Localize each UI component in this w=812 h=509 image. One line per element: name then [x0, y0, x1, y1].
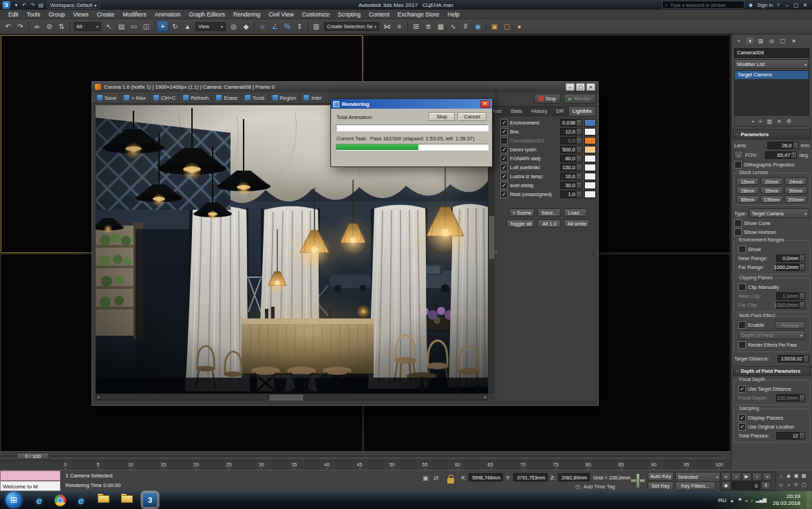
select-and-scale-icon[interactable]: ▲ [182, 21, 193, 32]
render-setup-icon[interactable]: ▣ [489, 21, 500, 32]
volume-icon[interactable]: ♪ [751, 498, 754, 503]
go-to-end-button[interactable]: » [762, 473, 772, 481]
pin-stack-icon[interactable]: ▪ [752, 118, 754, 124]
menu-help[interactable]: Help [443, 11, 463, 18]
rendered-frame-window-icon[interactable]: ▢ [501, 21, 513, 32]
lightmix-color-swatch[interactable] [584, 128, 596, 136]
window-crossing-icon[interactable]: ◫ [140, 21, 152, 32]
lightmix-checkbox[interactable] [500, 191, 508, 198]
interactive-button[interactable]: Inter [300, 94, 325, 102]
menu-rendering[interactable]: Rendering [229, 11, 264, 18]
show-horizon-checkbox[interactable] [734, 228, 742, 236]
zoom-extents-all-icon[interactable]: ▩ [800, 472, 807, 480]
stock-lens-135mm[interactable]: 135mm [760, 195, 783, 203]
stock-lens-85mm[interactable]: 85mm [736, 195, 759, 203]
scrollbar-thumb[interactable] [489, 216, 494, 259]
help-icon[interactable]: ? [777, 2, 780, 8]
modifier-list-dropdown[interactable]: Modifier List ▾ [734, 59, 809, 69]
material-editor-icon[interactable]: ◉ [472, 21, 484, 32]
search-input[interactable] [669, 2, 742, 8]
track-bar[interactable]: 0510152025303540455055606570758085909510… [0, 460, 731, 470]
redo-icon[interactable]: ↷ [14, 21, 26, 32]
corona-minimize-button[interactable]: – [566, 83, 575, 91]
frame-spinner[interactable]: ⇕ [761, 481, 771, 490]
hidden-icons-button[interactable]: ▲ [729, 498, 734, 503]
search-field[interactable]: ○ [662, 1, 745, 9]
go-to-start-button[interactable]: « [721, 473, 731, 481]
lightmix-value-field[interactable]: 0,0 [560, 137, 582, 144]
utilities-tab[interactable]: ∗ [789, 36, 798, 45]
schematic-view-icon[interactable]: # [460, 21, 471, 32]
curve-editor-icon[interactable]: ∿ [447, 21, 459, 32]
lightmix-toggle-all-button[interactable]: Toggle all [506, 219, 535, 228]
lightmix-value-field[interactable]: 0,038 [560, 119, 582, 127]
lightmix-value-field[interactable]: 30,0 [560, 182, 582, 189]
orbit-icon[interactable]: ↻ [793, 481, 800, 489]
select-by-name-icon[interactable]: ▤ [116, 21, 127, 32]
focal-depth-field[interactable]: 100,0mm [776, 394, 805, 402]
lightmix-all-one-button[interactable]: All 1.0 [537, 219, 561, 228]
stack-item-target-camera[interactable]: Target Camera [735, 71, 809, 79]
reference-coordinate-dropdown[interactable]: View▾ [195, 22, 226, 31]
stock-lens-28mm[interactable]: 28mm [736, 186, 759, 194]
snaps-toggle-icon[interactable]: ∪ [257, 21, 268, 32]
use-target-distance-checkbox[interactable] [738, 385, 746, 393]
parameters-rollout-header[interactable]: − Parameters [733, 129, 811, 140]
action-center-icon[interactable]: ⚑ [738, 497, 742, 503]
play-button[interactable]: ▶ [742, 473, 751, 481]
lightmix-value-field[interactable]: 12,0 [560, 128, 582, 136]
taskbar-clock[interactable]: 20:19 26.03.2018 [773, 493, 800, 507]
scroll-right-arrow[interactable]: ▸ [484, 394, 487, 400]
target-distance-field[interactable]: 13928,02 [778, 355, 809, 362]
lightmix-color-swatch[interactable] [584, 191, 596, 198]
start-button[interactable]: ⊞ [6, 492, 22, 508]
language-indicator[interactable]: RU [718, 497, 727, 503]
sign-in-link[interactable]: Sign In [757, 2, 773, 8]
menu-exchange-store[interactable]: Exchange Store [394, 11, 443, 18]
save-button[interactable]: Save [94, 94, 120, 102]
env-show-checkbox[interactable] [738, 246, 746, 253]
lightmix-color-swatch[interactable] [584, 164, 596, 171]
fov-direction-button[interactable]: ↔ [734, 151, 743, 160]
angle-snap-icon[interactable]: ∠ [269, 21, 281, 32]
show-desktop-button[interactable] [806, 492, 811, 508]
menu-customize[interactable]: Customize [298, 11, 334, 18]
folder-taskbar-icon[interactable] [96, 493, 113, 507]
dialog-close-button[interactable]: ✕ [480, 100, 490, 108]
lightmix-load-button[interactable]: Load... [564, 208, 587, 217]
enable-checkbox[interactable] [738, 321, 746, 329]
fov-button-icon[interactable]: ◇ [778, 481, 784, 489]
chrome-taskbar-icon[interactable] [54, 495, 66, 506]
corona-tab-lightmix[interactable]: LightMix [568, 106, 596, 116]
corona-tab-stats[interactable]: Stats [506, 106, 526, 116]
near-clip-field[interactable]: 1,0mm [776, 292, 805, 300]
effect-type-dropdown[interactable]: Depth of Field ▾ [738, 330, 805, 340]
redo-icon[interactable]: ↷ [29, 2, 36, 8]
named-selection-dropdown[interactable]: Create Selection Se▾ [324, 22, 379, 31]
lightmix-checkbox[interactable] [500, 164, 508, 171]
x-coordinate-field[interactable]: 5998,746mm [469, 473, 503, 481]
pan-icon[interactable]: + [785, 481, 792, 489]
far-clip-field[interactable]: 1000,0mm [776, 301, 805, 309]
z-coordinate-field[interactable]: 2082,80mm [558, 473, 590, 481]
menu-modifiers[interactable]: Modifiers [118, 11, 150, 18]
render-production-icon[interactable]: ● [513, 21, 525, 32]
add-time-tag[interactable]: Add Time Tag [584, 484, 615, 490]
isolate-selection-icon[interactable]: ▣ [423, 475, 429, 481]
offset-mode-icon[interactable]: ⇄ [434, 475, 439, 481]
restore-button[interactable]: ▢ [792, 2, 800, 8]
menu-create[interactable]: Create [93, 11, 119, 18]
corona-maximize-button[interactable]: ▢ [576, 83, 585, 91]
make-unique-icon[interactable]: ▥ [767, 118, 773, 124]
camera-type-dropdown[interactable]: Target Camera ▾ [749, 208, 809, 218]
scrollbar-thumb[interactable] [270, 395, 303, 400]
lightmix-value-field[interactable]: 150,0 [560, 164, 582, 171]
select-and-move-icon[interactable]: + [157, 21, 169, 32]
remove-modifier-icon[interactable]: ✕ [777, 118, 782, 124]
copy-button[interactable]: Ctrl+C [150, 94, 180, 102]
maxscript-mini-listener-pink[interactable] [0, 470, 61, 481]
use-pivot-center-icon[interactable]: ◎ [228, 21, 239, 32]
lightmix-color-swatch[interactable] [584, 173, 596, 180]
lightmix-color-swatch[interactable] [584, 155, 596, 162]
stock-lens-35mm[interactable]: 35mm [760, 186, 783, 194]
